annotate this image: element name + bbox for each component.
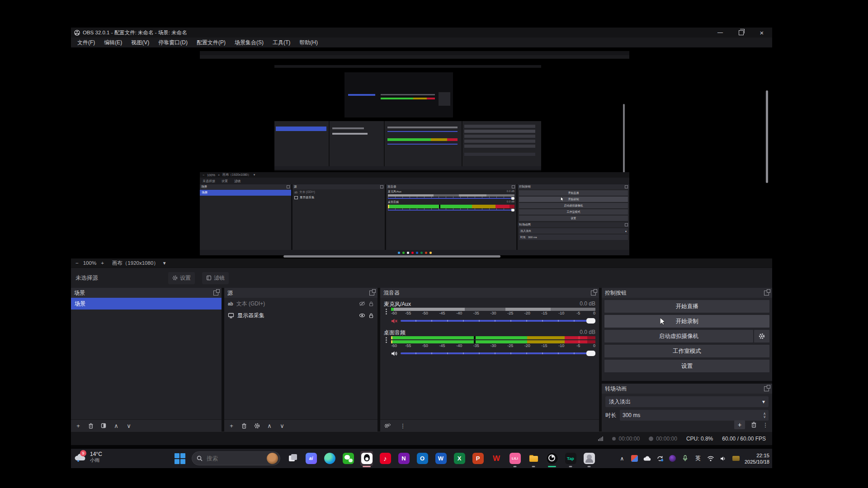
remove-scene-button[interactable] <box>88 422 94 429</box>
channel-db-value: 0.0 dB <box>580 329 595 336</box>
slider-handle[interactable] <box>586 318 595 324</box>
menu-profile[interactable]: 配置文件(P) <box>192 38 230 47</box>
lock-icon[interactable] <box>368 301 374 307</box>
cloud-icon[interactable] <box>643 455 651 463</box>
source-row-text[interactable]: ab 文本 (GDI+) <box>224 298 377 310</box>
move-source-down-button[interactable]: ∨ <box>279 422 285 429</box>
remove-transition-button[interactable] <box>750 422 757 428</box>
weather-widget[interactable]: 9 14°C 小雨 <box>74 451 102 463</box>
wifi-icon[interactable] <box>707 455 715 463</box>
zoom-in-button[interactable]: + <box>101 260 104 266</box>
taskbar-app-outlook[interactable]: O <box>416 451 429 466</box>
minimize-button[interactable]: — <box>710 28 731 38</box>
menu-file[interactable]: 文件(F) <box>73 38 99 47</box>
popout-icon[interactable] <box>764 386 769 391</box>
menu-help[interactable]: 帮助(H) <box>295 38 322 47</box>
source-properties-button[interactable]: 设置 <box>168 272 195 284</box>
visibility-off-icon[interactable] <box>359 301 365 306</box>
volume-slider[interactable] <box>401 320 595 322</box>
taskbar-app-excel[interactable]: X <box>453 451 466 466</box>
taskbar-app-onenote[interactable]: N <box>397 451 410 466</box>
source-properties-gear-button[interactable] <box>254 422 260 429</box>
start-recording-button[interactable]: 开始录制 <box>604 315 769 328</box>
taskbar-app-netease-music[interactable]: ♪ <box>379 451 392 466</box>
start-streaming-button[interactable]: 开始直播 <box>604 300 769 313</box>
restore-button[interactable] <box>731 28 751 38</box>
preview-canvas[interactable]: − 100% + 画布（868x488） ▾ 未选择源 设置 滤镜 场景 场… <box>71 47 772 258</box>
move-source-up-button[interactable]: ∧ <box>266 422 273 429</box>
taskbar-app-qq[interactable] <box>360 451 373 466</box>
source-filters-button[interactable]: 滤镜 <box>202 272 229 284</box>
move-scene-up-button[interactable]: ∧ <box>113 422 119 429</box>
menu-edit[interactable]: 编辑(E) <box>99 38 127 47</box>
zoom-out-button[interactable]: − <box>75 260 79 266</box>
browser-app-icon[interactable] <box>669 455 677 463</box>
virtual-camera-config-button[interactable] <box>754 330 769 343</box>
hidden-icons-chevron[interactable]: ∧ <box>618 455 626 463</box>
security-app-icon[interactable] <box>631 455 639 463</box>
search-box[interactable] <box>192 451 280 465</box>
volume-icon[interactable] <box>719 455 727 463</box>
taskbar-app-obs[interactable] <box>546 451 558 466</box>
search-input[interactable] <box>206 455 264 462</box>
add-scene-button[interactable]: + <box>75 422 81 429</box>
mute-icon-muted[interactable] <box>391 318 398 324</box>
mixer-more-button[interactable]: ⋮ <box>400 422 406 429</box>
speaker-icon[interactable] <box>391 351 398 357</box>
taskbar-app-explorer[interactable] <box>527 451 540 466</box>
close-button[interactable]: × <box>751 28 772 38</box>
visibility-on-icon[interactable] <box>359 313 365 318</box>
volume-slider[interactable] <box>401 352 595 354</box>
canvas-caret-icon[interactable]: ▾ <box>163 260 166 266</box>
taskbar-app-task-view[interactable] <box>286 451 299 466</box>
mini2-btn5 <box>464 145 535 148</box>
taskbar-app-ai-assistant[interactable]: ai <box>305 451 317 466</box>
source-row-display[interactable]: 显示器采集 <box>224 310 377 321</box>
studio-mode-button[interactable]: 工作室模式 <box>604 345 769 357</box>
popout-icon[interactable] <box>591 291 596 296</box>
taskbar-app-lili[interactable]: LiLi <box>509 451 521 466</box>
microphone-active-icon[interactable] <box>681 455 689 463</box>
menu-tools[interactable]: 工具(T) <box>268 38 295 47</box>
search-highlight-image[interactable] <box>267 453 278 464</box>
menu-scene-collection[interactable]: 场景集合(S) <box>230 38 268 47</box>
preview-vertical-scrollbar[interactable] <box>766 90 768 183</box>
popout-icon[interactable] <box>764 291 769 296</box>
settings-button[interactable]: 设置 <box>604 360 769 372</box>
taskbar-app-avatar[interactable] <box>583 451 595 466</box>
add-source-button[interactable]: + <box>228 422 235 429</box>
popout-icon[interactable] <box>369 291 374 296</box>
spin-down-icon[interactable]: ∨ <box>763 415 766 418</box>
storage-tray-icon[interactable] <box>732 455 740 463</box>
start-virtual-camera-button[interactable]: 启动虚拟摄像机 <box>604 330 753 343</box>
menu-view[interactable]: 视图(V) <box>127 38 154 47</box>
preview-horizontal-scrollbar[interactable] <box>283 255 500 258</box>
channel-menu-handle[interactable] <box>384 308 388 324</box>
scene-item-selected[interactable]: 场景 <box>71 298 222 310</box>
duration-input[interactable]: 300 ms ∧∨ <box>620 410 769 421</box>
remove-source-button[interactable] <box>241 422 247 429</box>
taskbar-app-wps[interactable]: W <box>490 451 503 466</box>
taskbar-app-word[interactable]: W <box>434 451 447 466</box>
taskbar-app-edge[interactable] <box>323 451 336 466</box>
lock-icon[interactable] <box>368 313 374 319</box>
taskbar-app-powerpoint[interactable]: P <box>472 451 484 466</box>
scene-filters-button[interactable] <box>100 422 107 429</box>
popout-icon[interactable] <box>213 291 218 296</box>
channel-menu-handle[interactable] <box>384 336 388 357</box>
sync-icon[interactable] <box>656 455 664 463</box>
duration-spinner[interactable]: ∧∨ <box>763 412 766 418</box>
taskbar-app-taptap[interactable]: Tap <box>564 451 577 466</box>
transition-properties-button[interactable]: ⋮ <box>762 422 769 428</box>
advanced-audio-button[interactable] <box>384 422 391 429</box>
taskbar-clock[interactable]: 22:15 2025/10/18 <box>745 452 769 465</box>
slider-handle[interactable] <box>586 351 595 356</box>
add-transition-button[interactable]: + <box>734 420 745 429</box>
mini-taskbar <box>200 250 629 255</box>
ime-indicator[interactable]: 英 <box>694 455 702 463</box>
start-button[interactable] <box>174 453 186 465</box>
taskbar-app-wechat[interactable] <box>342 451 354 466</box>
menu-docks[interactable]: 停靠窗口(D) <box>154 38 192 47</box>
transition-select[interactable]: 淡入淡出 ▾ <box>605 396 769 407</box>
move-scene-down-button[interactable]: ∨ <box>126 422 132 429</box>
